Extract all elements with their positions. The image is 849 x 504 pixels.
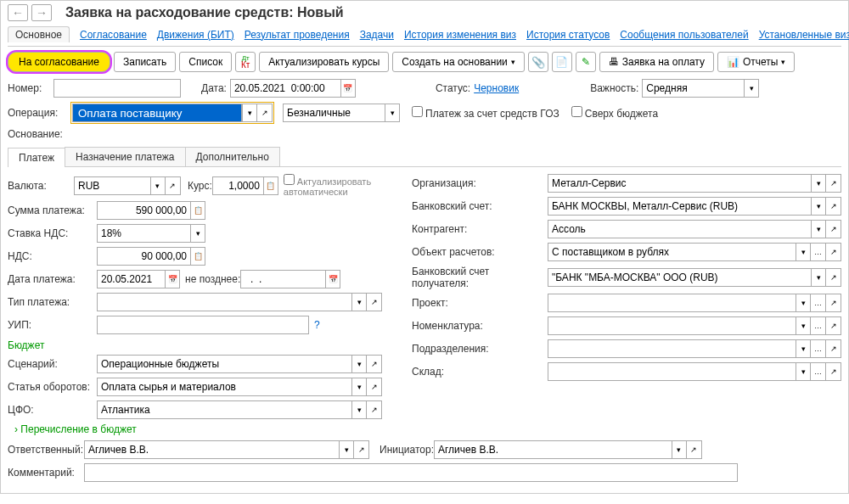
initiator-open[interactable]: ↗ [687, 440, 702, 459]
org-dropdown[interactable]: ▾ [811, 174, 826, 193]
bank-input[interactable] [548, 197, 811, 216]
scenario-input[interactable] [97, 355, 351, 373]
org-input[interactable] [548, 174, 811, 193]
object-input[interactable] [548, 243, 796, 261]
recipbank-open[interactable]: ↗ [826, 268, 841, 287]
tab-status-history[interactable]: История статусов [526, 29, 610, 41]
currency-open[interactable]: ↗ [166, 176, 181, 195]
comment-input[interactable] [84, 463, 738, 482]
article-input[interactable] [97, 378, 351, 396]
paytype-dropdown[interactable]: ▾ [351, 293, 367, 311]
nomenclature-more[interactable]: … [811, 316, 826, 335]
notlater-input[interactable] [240, 270, 325, 288]
nomenclature-input[interactable] [548, 316, 796, 335]
tab-result[interactable]: Результат проведения [245, 29, 350, 41]
auto-update-checkbox[interactable] [284, 174, 295, 185]
project-dropdown[interactable]: ▾ [796, 294, 811, 312]
initiator-input[interactable] [434, 440, 672, 459]
vat-input[interactable] [97, 247, 190, 266]
nomenclature-dropdown[interactable]: ▾ [796, 316, 811, 335]
subtab-payment[interactable]: Платеж [8, 148, 65, 167]
warehouse-more[interactable]: … [811, 362, 826, 381]
bank-dropdown[interactable]: ▾ [811, 197, 826, 216]
scenario-dropdown[interactable]: ▾ [351, 355, 367, 373]
responsible-input[interactable] [84, 440, 339, 459]
importance-input[interactable] [642, 79, 744, 98]
object-dropdown[interactable]: ▾ [796, 243, 811, 261]
cfo-dropdown[interactable]: ▾ [351, 400, 367, 419]
project-open[interactable]: ↗ [826, 294, 841, 312]
nav-forward[interactable]: → [31, 4, 52, 21]
cfo-open[interactable]: ↗ [367, 400, 382, 419]
division-open[interactable]: ↗ [826, 339, 841, 358]
goz-checkbox[interactable] [412, 106, 423, 117]
vatrate-dropdown[interactable]: ▾ [190, 224, 205, 243]
vatrate-input[interactable] [97, 224, 190, 243]
date-picker-button[interactable]: 📅 [340, 79, 356, 98]
date-input[interactable] [230, 79, 340, 98]
budget-transfer-link[interactable]: Перечисление в бюджет [14, 423, 398, 435]
counterparty-dropdown[interactable]: ▾ [811, 220, 826, 238]
uip-help[interactable]: ? [314, 319, 320, 331]
reports-button[interactable]: 📊 Отчеты [717, 52, 795, 72]
warehouse-input[interactable] [548, 362, 796, 381]
tab-messages[interactable]: Сообщения пользователей [620, 29, 748, 41]
counterparty-input[interactable] [548, 220, 811, 238]
object-more[interactable]: … [811, 243, 826, 261]
subtab-additional[interactable]: Дополнительно [185, 147, 280, 166]
tab-visa-history[interactable]: История изменения виз [404, 29, 516, 41]
org-open[interactable]: ↗ [826, 174, 841, 193]
responsible-dropdown[interactable]: ▾ [339, 440, 354, 459]
tab-main[interactable]: Основное [8, 26, 70, 42]
operation-input[interactable] [72, 104, 242, 122]
cashless-input[interactable] [283, 104, 385, 122]
rate-input[interactable] [212, 176, 263, 195]
paydate-input[interactable] [97, 270, 165, 288]
overbudget-checkbox[interactable] [571, 106, 582, 117]
article-open[interactable]: ↗ [367, 378, 382, 396]
create-based-button[interactable]: Создать на основании [392, 52, 525, 72]
tab-movements[interactable]: Движения (БИТ) [157, 29, 234, 41]
payment-request-button[interactable]: 🖶 Заявка на оплату [599, 52, 714, 72]
paytype-open[interactable]: ↗ [367, 293, 382, 311]
object-open[interactable]: ↗ [826, 243, 841, 261]
tab-approval[interactable]: Согласование [80, 29, 147, 41]
nav-back[interactable]: ← [8, 4, 28, 21]
amount-calc[interactable]: 📋 [190, 201, 205, 220]
paydate-picker[interactable]: 📅 [165, 270, 180, 288]
responsible-open[interactable]: ↗ [354, 440, 369, 459]
recipbank-dropdown[interactable]: ▾ [811, 268, 826, 287]
approve-button[interactable]: На согласование [8, 52, 110, 72]
initiator-dropdown[interactable]: ▾ [672, 440, 687, 459]
article-dropdown[interactable]: ▾ [351, 378, 367, 396]
project-more[interactable]: … [811, 294, 826, 312]
update-rates-button[interactable]: Актуализировать курсы [259, 52, 389, 72]
nomenclature-open[interactable]: ↗ [826, 316, 841, 335]
warehouse-open[interactable]: ↗ [826, 362, 841, 381]
paytype-input[interactable] [97, 293, 351, 311]
division-input[interactable] [548, 339, 796, 358]
recipbank-input[interactable] [548, 268, 811, 287]
project-input[interactable] [548, 294, 796, 312]
status-value[interactable]: Черновик [474, 82, 519, 94]
vat-calc[interactable]: 📋 [190, 247, 205, 266]
notlater-picker[interactable]: 📅 [325, 270, 340, 288]
number-input[interactable] [53, 79, 181, 98]
importance-dropdown[interactable]: ▾ [744, 79, 759, 98]
tab-visas[interactable]: Установленные визы [759, 29, 849, 41]
operation-dropdown[interactable]: ▾ [242, 104, 257, 122]
counterparty-open[interactable]: ↗ [826, 220, 841, 238]
amount-input[interactable] [97, 201, 190, 220]
currency-dropdown[interactable]: ▾ [150, 176, 166, 195]
uip-input[interactable] [97, 316, 309, 334]
operation-open[interactable]: ↗ [257, 104, 273, 122]
cashless-dropdown[interactable]: ▾ [385, 104, 400, 122]
cfo-input[interactable] [97, 400, 351, 419]
warehouse-dropdown[interactable]: ▾ [796, 362, 811, 381]
edit-button[interactable]: ✎ [576, 52, 596, 72]
save-button[interactable]: Записать [114, 52, 176, 72]
subtab-purpose[interactable]: Назначение платежа [65, 147, 186, 166]
division-dropdown[interactable]: ▾ [796, 339, 811, 358]
division-more[interactable]: … [811, 339, 826, 358]
tab-tasks[interactable]: Задачи [360, 29, 394, 41]
